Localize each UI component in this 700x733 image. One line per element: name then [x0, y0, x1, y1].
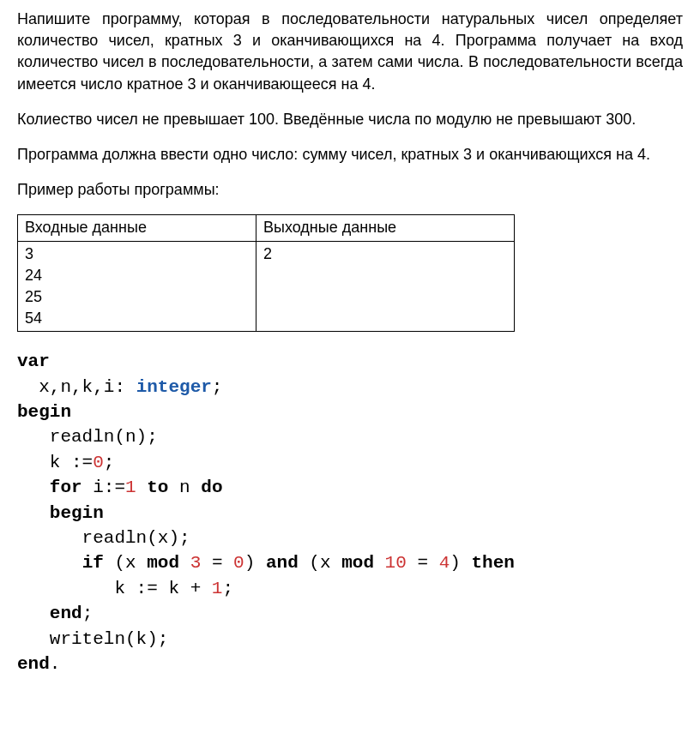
kw-mod-2: mod	[341, 553, 374, 573]
num-one: 1	[125, 478, 136, 497]
code-k-assign-pre: k :=	[17, 453, 93, 472]
header-input: Входные данные	[18, 215, 256, 241]
kw-begin: begin	[17, 402, 71, 422]
kw-then: then	[471, 553, 514, 573]
code-for-pre	[17, 478, 50, 497]
code-readln-n: readln(n);	[17, 427, 158, 447]
code-for-i: i:=	[82, 478, 125, 497]
problem-paragraph-1: Напишите программу, которая в последоват…	[17, 9, 683, 95]
code-sp2	[179, 553, 190, 573]
code-semi: ;	[212, 377, 223, 397]
code-sp3	[374, 553, 385, 573]
code-k-inc-post: ;	[222, 579, 233, 598]
num-ten: 10	[385, 553, 407, 573]
kw-end: end	[17, 654, 50, 674]
kw-mod-1: mod	[147, 553, 179, 573]
code-decl: x,n,k,i:	[17, 377, 136, 397]
code-eq0-1: =	[201, 553, 233, 573]
problem-paragraph-2: Колиество чисел не превышает 100. Введён…	[17, 109, 683, 130]
num-four: 4	[439, 553, 450, 573]
kw-if: if	[82, 553, 104, 573]
header-output: Выходные данные	[256, 215, 515, 241]
code-eq0-2: =	[407, 553, 439, 573]
code-inner-begin-pre	[17, 503, 50, 523]
code-if-pre	[17, 553, 82, 573]
code-block: var x,n,k,i: integer; begin readln(n); k…	[17, 349, 683, 676]
kw-end-inner: end	[50, 604, 82, 623]
table-header-row: Входные данные Выходные данные	[18, 215, 515, 241]
code-if-open1: (x	[104, 553, 147, 573]
code-close-2: )	[450, 553, 471, 573]
num-zero-2: 0	[233, 553, 244, 573]
kw-for: for	[50, 478, 82, 497]
code-end-inner-pre	[17, 604, 50, 623]
kw-to: to	[147, 478, 168, 497]
kw-and: and	[266, 553, 299, 573]
num-zero: 0	[93, 453, 104, 472]
code-end-dot: .	[50, 654, 61, 674]
code-sp1	[136, 478, 148, 497]
cell-input: 3 24 25 54	[18, 241, 256, 332]
example-table: Входные данные Выходные данные 3 24 25 5…	[17, 214, 515, 332]
code-end-semi: ;	[82, 604, 94, 623]
cell-output: 2	[256, 241, 515, 332]
code-k-inc-pre: k := k +	[17, 579, 212, 598]
problem-paragraph-3: Программа должна ввести одно число: сумм…	[17, 144, 683, 165]
kw-begin-inner: begin	[50, 503, 104, 523]
code-for-n: n	[168, 478, 201, 497]
num-one-2: 1	[212, 579, 223, 598]
type-integer: integer	[136, 377, 212, 397]
table-row: 3 24 25 54 2	[18, 241, 515, 332]
num-three: 3	[190, 553, 202, 573]
code-close-1: )	[244, 553, 266, 573]
code-writeln: writeln(k);	[17, 629, 168, 649]
code-readln-x: readln(x);	[17, 528, 190, 548]
example-label: Пример работы программы:	[17, 179, 683, 201]
kw-do: do	[201, 478, 222, 497]
code-k-assign-post: ;	[104, 453, 115, 472]
kw-var: var	[17, 351, 50, 371]
code-if-open2: (x	[299, 553, 341, 573]
